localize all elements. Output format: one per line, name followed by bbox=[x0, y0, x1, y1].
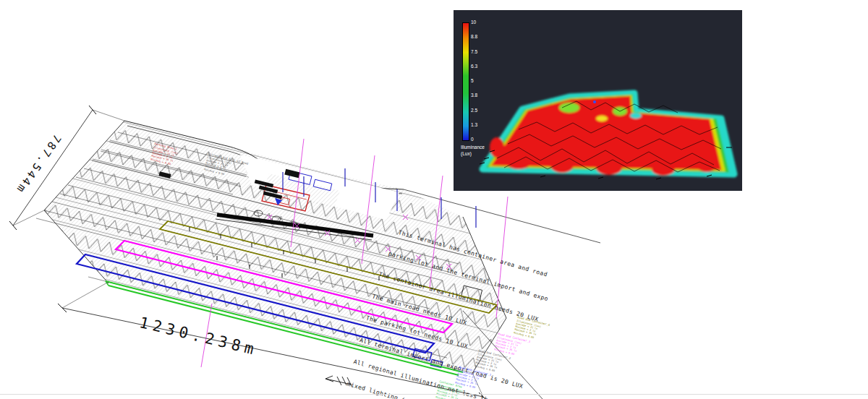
legend-unit: (Lux) bbox=[461, 151, 472, 157]
legend-tick: 2.5 bbox=[471, 108, 477, 113]
legend-tick: 7.5 bbox=[471, 49, 477, 54]
legend-tick: 10 bbox=[471, 20, 476, 25]
legend-tick: 8.8 bbox=[471, 34, 477, 39]
legend-tick: 0 bbox=[471, 137, 474, 142]
illuminance-render-panel: 10 8.8 7.5 6.3 5 3.8 2.5 1.3 0 Illuminan… bbox=[454, 10, 742, 191]
blue-hotspot bbox=[593, 100, 596, 103]
legend-colorbar bbox=[462, 22, 469, 141]
legend-tick: 3.8 bbox=[471, 93, 477, 98]
bottom-divider bbox=[0, 394, 868, 395]
legend-title: Illuminance bbox=[461, 145, 485, 150]
legend-tick: 6.3 bbox=[471, 64, 477, 69]
cad-workspace: 1230.238m 787.544m This terminal has con… bbox=[0, 0, 868, 399]
illuminance-legend: 10 8.8 7.5 6.3 5 3.8 2.5 1.3 0 Illuminan… bbox=[454, 10, 497, 162]
legend-tick: 5 bbox=[471, 78, 474, 83]
legend-tick: 1.3 bbox=[471, 122, 477, 127]
